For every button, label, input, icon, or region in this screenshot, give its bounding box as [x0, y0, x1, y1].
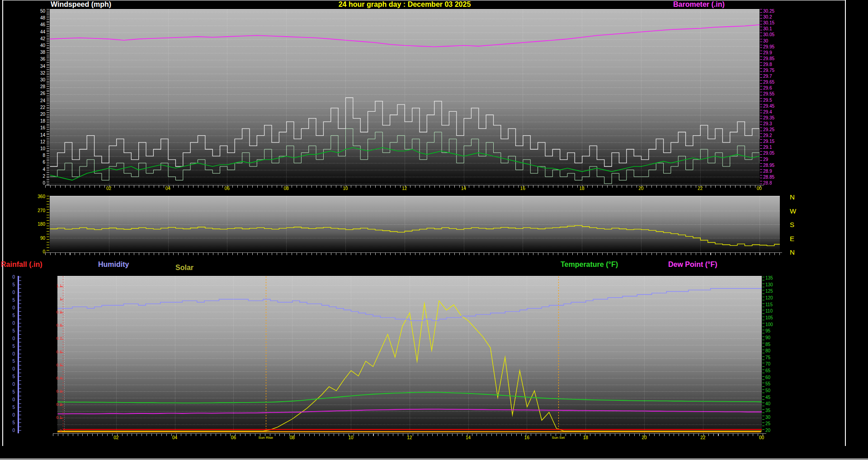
- bottom-hour-label: 04: [172, 436, 177, 440]
- top-hour-label: 08: [284, 186, 289, 191]
- barometer-title: Barometer (.in): [673, 0, 725, 9]
- humidity-tick-label: 0: [12, 367, 15, 371]
- barometer-tick-label: 29.75: [763, 68, 774, 73]
- temperature-tick-label: 75: [765, 356, 770, 360]
- weather-graph-window: { "header": { "left_title": "Windspeed (…: [0, 0, 868, 460]
- windspeed-tick-label: 4: [42, 167, 45, 172]
- temperature-tick-label: 55: [765, 382, 770, 386]
- window-border-right: [845, 0, 846, 446]
- humidity-tick-label: 0: [12, 306, 15, 310]
- barometer-tick-label: 29.25: [763, 128, 774, 132]
- rainfall-tick-label: 0.4: [56, 376, 62, 380]
- temperature-tick-label: 110: [765, 309, 773, 313]
- rainfall-tick-label: 0.6: [56, 350, 62, 354]
- rainfall-tick-label: 0.9: [56, 310, 62, 314]
- rainfall-tick-label: 0.3: [56, 389, 62, 394]
- wind-barometer-chart: [50, 9, 760, 185]
- humidity-tick-label: 0: [12, 428, 15, 433]
- barometer-tick-label: 29.15: [763, 139, 774, 144]
- humidity-tick-label: 5: [12, 421, 15, 425]
- barometer-tick-label: 29.1: [763, 145, 772, 150]
- compass-letter: E: [790, 234, 794, 242]
- barometer-axis-ticks: [760, 9, 762, 185]
- barometer-tick-label: 29.2: [763, 133, 772, 138]
- temperature-tick-label: 20: [765, 428, 770, 433]
- compass-letter: S: [790, 221, 794, 228]
- windspeed-tick-label: 16: [40, 126, 45, 130]
- windspeed-tick-label: 48: [40, 16, 45, 20]
- humidity-tick-label: 5: [12, 298, 15, 303]
- barometer-tick-label: 30.15: [763, 21, 774, 25]
- direction-tick-label: 270: [38, 209, 45, 213]
- temperature-tick-label: 130: [765, 283, 773, 287]
- direction-tick-label: 180: [38, 222, 45, 227]
- windspeed-tick-label: 28: [40, 85, 45, 89]
- windspeed-tick-label: 36: [40, 57, 45, 62]
- temperature-tick-label: 115: [765, 303, 773, 307]
- temperature-tick-label: 40: [765, 402, 770, 406]
- humidity-tick-label: 5: [12, 283, 15, 287]
- windspeed-tick-label: 26: [40, 91, 45, 96]
- rainfall-tick-label: 0.8: [56, 323, 62, 327]
- sunrise-label: Sun Rise: [259, 436, 273, 440]
- rainfall-tick-label: 1.1: [56, 284, 62, 288]
- barometer-tick-label: 29.85: [763, 57, 774, 61]
- humidity-temp-solar-canvas: [57, 276, 762, 433]
- windspeed-tick-label: 40: [40, 43, 45, 48]
- barometer-tick-label: 29.8: [763, 62, 772, 67]
- barometer-tick-label: 29.9: [763, 51, 772, 55]
- direction-tick-label: 90: [40, 236, 45, 241]
- temperature-tick-label: 65: [765, 369, 770, 373]
- barometer-tick-label: 29: [763, 157, 768, 162]
- temperature-tick-label: 80: [765, 349, 770, 353]
- windspeed-tick-label: 12: [40, 140, 45, 144]
- temperature-tick-label: 100: [765, 322, 773, 327]
- sunset-label: Sun Set: [552, 436, 565, 440]
- rainfall-label: Rainfall (.in): [1, 261, 42, 269]
- windspeed-tick-label: 18: [40, 119, 45, 123]
- barometer-tick-label: 29.65: [763, 80, 774, 85]
- humidity-label: Humidity: [98, 261, 129, 269]
- barometer-tick-label: 28.8: [763, 181, 772, 185]
- temperature-tick-label: 45: [765, 395, 770, 400]
- humidity-tick-label: 5: [12, 359, 15, 364]
- top-hour-label: 18: [580, 186, 585, 191]
- humidity-tick-label: 0: [12, 352, 15, 356]
- barometer-tick-label: 29.05: [763, 151, 774, 156]
- direction-tick-label: 360: [38, 194, 45, 199]
- humidity-tick-label: 0: [12, 275, 15, 280]
- humidity-axis-ticks: [19, 277, 21, 432]
- barometer-tick-label: 29.95: [763, 45, 774, 49]
- temperature-axis-ticks: [762, 277, 764, 432]
- temperature-tick-label: 120: [765, 296, 773, 300]
- windspeed-tick-label: 2: [42, 174, 45, 179]
- bottom-hour-label: 02: [113, 436, 118, 440]
- rainfall-tick-label: 0.7: [56, 336, 62, 341]
- humidity-tick-label: 0: [12, 321, 15, 326]
- barometer-tick-label: 29.3: [763, 122, 772, 126]
- temperature-tick-label: 60: [765, 375, 770, 380]
- barometer-tick-label: 29.45: [763, 104, 774, 109]
- barometer-tick-label: 28.95: [763, 163, 774, 168]
- barometer-tick-label: 29.35: [763, 116, 774, 120]
- temperature-tick-label: 95: [765, 329, 770, 333]
- barometer-tick-label: 28.85: [763, 175, 774, 180]
- bottom-hour-label: 08: [290, 436, 295, 440]
- windspeed-tick-label: 34: [40, 64, 45, 69]
- humidity-tick-label: 5: [12, 375, 15, 379]
- barometer-tick-label: 29.7: [763, 74, 772, 79]
- temperature-tick-label: 70: [765, 362, 770, 366]
- barometer-tick-label: 29.6: [763, 86, 772, 90]
- humidity-tick-label: 5: [12, 344, 15, 349]
- windspeed-tick-label: 42: [40, 37, 45, 41]
- barometer-tick-label: 29.55: [763, 92, 774, 96]
- windspeed-tick-label: 10: [40, 147, 45, 151]
- temperature-tick-label: 135: [765, 276, 773, 280]
- temperature-tick-label: 85: [765, 342, 770, 347]
- humidity-tick-label: 0: [12, 398, 15, 402]
- top-hour-label: 16: [520, 186, 525, 191]
- humidity-tick-label: 0: [12, 290, 15, 295]
- direction-tick-label: 0: [42, 250, 45, 254]
- barometer-tick-label: 30.05: [763, 33, 774, 37]
- windspeed-tick-label: 38: [40, 50, 45, 55]
